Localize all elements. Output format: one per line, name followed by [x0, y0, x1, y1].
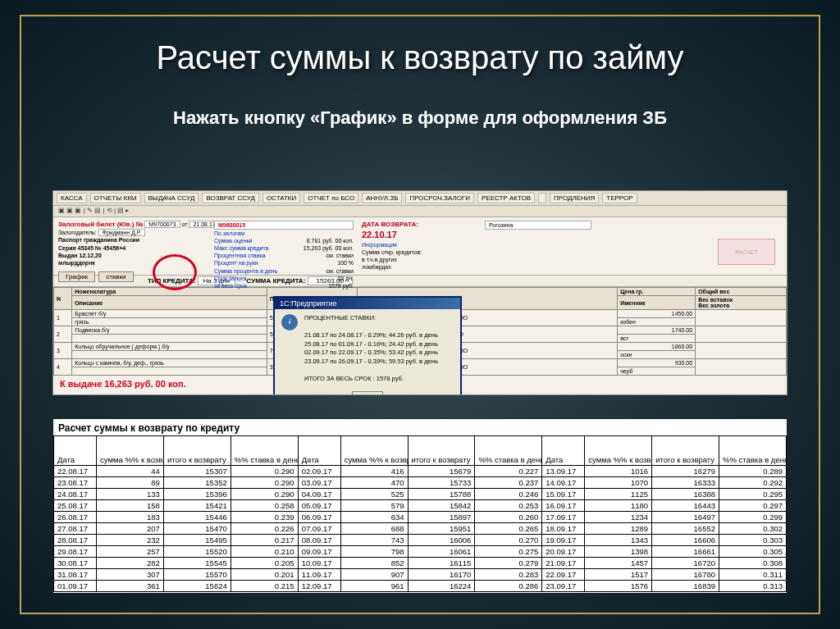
table-row: 28.08.17232154950.21708.09.17743160060.2…	[54, 535, 787, 546]
ticket-header: Залоговый билет (Юв.) №	[58, 221, 144, 228]
tab-blank[interactable]	[538, 193, 546, 203]
app-screenshot: КАССАОТЧЕТЫ ККМВЫДАЧА ССУДВОЗВРАТ ССУДОС…	[52, 190, 788, 395]
table-row: 27.08.17207154700.22607.09.17688159510.2…	[54, 523, 787, 535]
table-row: 30.08.17282155450.20510.09.17852161150.2…	[54, 558, 787, 569]
tab-ОСТАТКИ[interactable]: ОСТАТКИ	[262, 193, 300, 203]
calc-grid: Датасумма %% к возвратуитого к возврату%…	[53, 435, 787, 592]
tab-ВЫДАЧА ССУД[interactable]: ВЫДАЧА ССУД	[144, 193, 199, 203]
popup-title: 1С:Предприятие	[275, 298, 460, 309]
tab-КАССА[interactable]: КАССА	[57, 193, 87, 203]
toolbar: ▣ ▣ ▣ | ✎ ▤ | ⟲ | ▤ ▸	[53, 206, 787, 217]
table-row: 29.08.17257155200.21009.09.17798160610.2…	[54, 546, 787, 558]
return-date: 22.10.17	[362, 230, 397, 239]
highlight-circle	[153, 254, 197, 290]
tab-РЕЕСТР АКТОВ[interactable]: РЕЕСТР АКТОВ	[477, 193, 535, 203]
popup-ok-button[interactable]: OK	[352, 391, 383, 395]
tab-ОТЧЕТ по БСО[interactable]: ОТЧЕТ по БСО	[304, 193, 358, 203]
raschet-button[interactable]: РАСЧЕТ	[718, 239, 775, 265]
rates-popup: 1С:Предприятие i ПРОЦЕНТНЫЕ СТАВКИ:21.08…	[273, 296, 462, 395]
grafik-button[interactable]: График	[58, 271, 95, 282]
tab-ТЕРРОР[interactable]: ТЕРРОР	[602, 193, 637, 203]
calc-title: Расчет суммы к возврату по кредиту	[53, 419, 787, 435]
tab-ПРОСРОЧ.ЗАЛОГИ[interactable]: ПРОСРОЧ.ЗАЛОГИ	[405, 193, 474, 203]
calc-screenshot: Расчет суммы к возврату по кредиту Датас…	[52, 418, 788, 594]
surname-field[interactable]: Рогозина	[485, 221, 591, 230]
zalog-name[interactable]: Фридманн Д.Р.	[98, 229, 146, 236]
tab-ПРОДЛЕНИЯ[interactable]: ПРОДЛЕНИЯ	[550, 193, 599, 203]
table-row: 24.08.17133153960.29004.09.17525157880.2…	[54, 489, 787, 500]
main-tabs: КАССАОТЧЕТЫ ККМВЫДАЧА ССУДВОЗВРАТ ССУДОС…	[53, 191, 787, 206]
table-row: 25.08.17158154210.25805.09.17579158420.2…	[54, 500, 787, 512]
popup-text: ПРОЦЕНТНЫЕ СТАВКИ:21.08.17 по 24.08.17 -…	[304, 314, 438, 383]
tab-ВОЗВРАТ ССУД[interactable]: ВОЗВРАТ ССУД	[202, 193, 259, 203]
info-icon: i	[281, 314, 298, 330]
stavki-button[interactable]: ставки	[98, 271, 133, 282]
table-row: 01.09.17361156240.21512.09.17961162240.2…	[54, 581, 787, 592]
table-row: 23.08.1789153520.29003.09.17470157330.23…	[54, 477, 787, 489]
table-row: 22.08.1744153070.29002.09.17416156790.22…	[54, 466, 787, 477]
tab-ОТЧЕТЫ ККМ[interactable]: ОТЧЕТЫ ККМ	[90, 193, 141, 203]
ticket-code: М9800015	[214, 221, 354, 230]
tab-АННУЛ.ЗБ[interactable]: АННУЛ.ЗБ	[362, 193, 402, 203]
table-row: 26.08.17183154460.23906.09.17634158970.2…	[54, 512, 787, 523]
ticket-number: М9700073	[144, 221, 180, 228]
table-row: 31.08.17307155700.20111.09.17907161700.2…	[54, 569, 787, 581]
